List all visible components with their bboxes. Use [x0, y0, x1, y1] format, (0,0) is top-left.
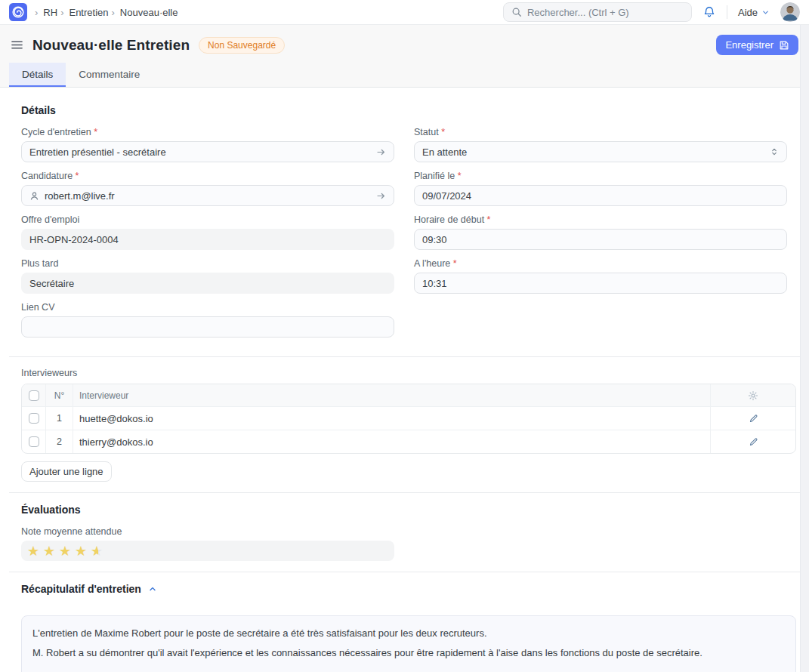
global-search[interactable] [503, 2, 692, 22]
field-lien-cv: Lien CV [21, 302, 394, 338]
cycle-value: Entretien présentiel - secrétaire [29, 146, 371, 158]
section-summary: Récapitulatif d'entretien L'entretien de… [13, 583, 796, 672]
navbar: RH Entretien Nouveau·elle Aide [0, 0, 809, 25]
search-input[interactable] [527, 7, 684, 18]
a-lheure-input[interactable]: 10:31 [414, 273, 787, 294]
section-divider [9, 356, 800, 357]
section-interviewers: Intervieweurs N° Intervieweur 1 huette@d… [13, 368, 796, 482]
breadcrumb: RH Entretien Nouveau·elle [35, 7, 178, 18]
tabbar: Détails Commentaire [0, 63, 809, 88]
arrow-right-icon[interactable] [376, 147, 386, 157]
statut-value: En attente [422, 146, 764, 158]
summary-text-editor[interactable]: L'entretien de Maxime Robert pour le pos… [21, 615, 796, 672]
scrollbar-track[interactable] [800, 25, 809, 672]
field-statut: Statut * En attente [414, 127, 787, 162]
section-divider [9, 492, 800, 493]
edit-row-button[interactable] [711, 430, 795, 453]
field-horaire-debut: Horaire de début * 09:30 [414, 214, 787, 250]
offre-label: Offre d'emploi [21, 214, 394, 225]
horaire-debut-input[interactable]: 09:30 [414, 229, 787, 250]
cycle-link-input[interactable]: Entretien présentiel - secrétaire [21, 141, 394, 162]
edit-row-button[interactable] [711, 407, 795, 430]
chevron-down-icon [761, 8, 770, 17]
star-icon[interactable]: ★★ [75, 544, 89, 558]
save-button-label: Enregistrer [725, 39, 773, 51]
cycle-label: Cycle d'entretien [21, 127, 91, 137]
note-moyenne-label: Note moyenne attendue [21, 526, 796, 537]
star-icon[interactable]: ★★ [91, 544, 105, 558]
lien-cv-input-wrap[interactable] [21, 316, 394, 338]
section-details: Détails Cycle d'entretien * Entretien pr… [13, 104, 796, 346]
row-index: 2 [46, 430, 73, 453]
planifie-date-input[interactable]: 09/07/2024 [414, 185, 787, 206]
required-asterisk: * [458, 171, 462, 181]
statut-select[interactable]: En attente [414, 141, 787, 162]
help-menu[interactable]: Aide [738, 7, 770, 18]
required-asterisk: * [487, 214, 491, 225]
candidature-label: Candidature [21, 171, 73, 181]
interviewers-grid: N° Intervieweur 1 huette@dokos.io [21, 384, 796, 454]
select-all-checkbox[interactable] [29, 390, 39, 401]
star-icon[interactable]: ★★ [27, 544, 42, 558]
form-column-left: Cycle d'entretien * Entretien présentiel… [21, 127, 394, 346]
help-label: Aide [738, 7, 758, 18]
lien-cv-input[interactable] [29, 322, 386, 333]
grid-header-row: N° Intervieweur [22, 384, 795, 407]
page-actions: Enregistrer [716, 35, 798, 55]
rating-control[interactable]: ★★ ★★ ★★ ★★ ★★ [21, 541, 394, 561]
grid-settings-button[interactable] [711, 384, 795, 406]
tab-comment[interactable]: Commentaire [66, 63, 153, 87]
breadcrumb-item-rh[interactable]: RH [35, 7, 57, 18]
navbar-right: Aide [503, 2, 800, 22]
field-planifie-le: Planifié le * 09/07/2024 [414, 171, 787, 206]
section-evaluations: Évaluations Note moyenne attendue ★★ ★★ … [13, 504, 796, 561]
summary-paragraph: M. Robert a su démontrer qu'il avait l'e… [32, 645, 785, 661]
star-icon[interactable]: ★★ [43, 544, 57, 558]
table-row[interactable]: 1 huette@dokos.io [22, 407, 795, 430]
summary-paragraph: L'entretien de Maxime Robert pour le pos… [32, 625, 785, 641]
required-asterisk: * [441, 127, 445, 137]
summary-collapse-toggle[interactable]: Récapitulatif d'entretien [21, 583, 796, 595]
app-logo-icon[interactable] [9, 3, 27, 21]
sidebar-toggle-icon[interactable] [11, 39, 23, 51]
plus-tard-readonly-value: Secrétaire [21, 273, 394, 294]
breadcrumb-item-entretien[interactable]: Entretien [60, 7, 108, 18]
chevron-up-icon [148, 584, 157, 593]
breadcrumb-item-nouveau[interactable]: Nouveau·elle [112, 7, 178, 18]
page-title: Nouveau·elle Entretien [32, 37, 190, 54]
row-checkbox[interactable] [29, 413, 39, 424]
interviewer-email[interactable]: thierry@dokos.io [73, 430, 711, 453]
row-index: 1 [46, 407, 73, 430]
summary-heading: Récapitulatif d'entretien [21, 583, 141, 595]
field-a-lheure: A l'heure * 10:31 [414, 258, 787, 294]
pencil-icon [749, 414, 758, 424]
pencil-icon [749, 437, 758, 447]
navbar-divider [727, 5, 727, 19]
field-cycle-entretien: Cycle d'entretien * Entretien présentiel… [21, 127, 394, 162]
candidature-link-input[interactable]: robert.m@live.fr [21, 185, 394, 206]
interviewer-email[interactable]: huette@dokos.io [73, 407, 711, 430]
notifications-bell-icon[interactable] [702, 5, 716, 19]
horaire-debut-label: Horaire de début [414, 214, 484, 225]
user-avatar[interactable] [780, 2, 800, 22]
save-button[interactable]: Enregistrer [716, 35, 798, 55]
column-header-num: N° [46, 384, 73, 406]
lien-cv-label: Lien CV [21, 302, 394, 313]
required-asterisk: * [453, 258, 457, 269]
required-asterisk: * [94, 127, 97, 137]
status-badge: Non Sauvegardé [199, 37, 285, 54]
star-icon[interactable]: ★★ [59, 544, 73, 558]
arrow-right-icon[interactable] [376, 191, 386, 201]
search-icon [511, 7, 522, 17]
add-row-button[interactable]: Ajouter une ligne [21, 461, 112, 482]
plus-tard-label: Plus tard [21, 258, 394, 269]
table-row[interactable]: 2 thierry@dokos.io [22, 430, 795, 453]
field-plus-tard: Plus tard Secrétaire [21, 258, 394, 294]
select-updown-icon [770, 147, 779, 156]
row-checkbox[interactable] [29, 436, 39, 447]
section-divider [9, 572, 800, 572]
tab-details[interactable]: Détails [9, 63, 66, 87]
save-floppy-icon [779, 40, 789, 51]
gear-icon [748, 390, 758, 401]
interviewers-label: Intervieweurs [21, 368, 796, 378]
